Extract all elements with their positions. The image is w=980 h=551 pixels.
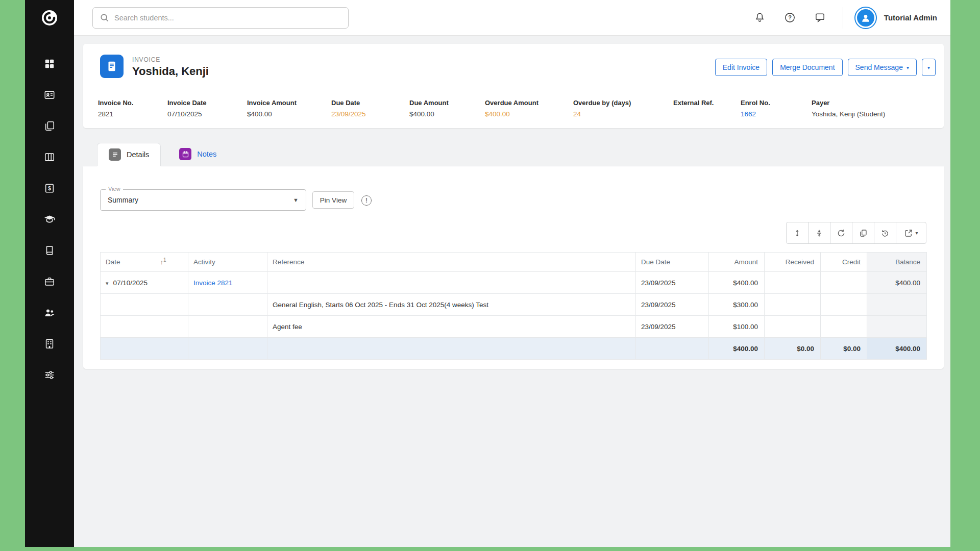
sidebar-item-documents[interactable]	[25, 110, 74, 141]
invoice-lines-table: Date ↑1 Activity Reference Due Date Amou…	[100, 252, 927, 360]
col-header-date[interactable]: Date ↑1	[101, 253, 188, 272]
table-toolbar: ▾	[786, 222, 926, 244]
col-header-received[interactable]: Received	[765, 253, 821, 272]
total-balance: $400.00	[867, 338, 927, 360]
app-logo[interactable]	[25, 0, 74, 36]
svg-text:?: ?	[788, 14, 792, 20]
dashboard-icon	[44, 58, 55, 69]
col-header-credit[interactable]: Credit	[821, 253, 867, 272]
invoice-link[interactable]: Invoice 2821	[193, 279, 233, 287]
sidebar-item-organisation[interactable]	[25, 328, 74, 359]
copy-icon	[859, 229, 868, 238]
user-name: Tutorial Admin	[884, 13, 937, 22]
collapse-rows-icon	[815, 229, 824, 238]
field-invoice-amount: Invoice Amount $400.00	[247, 99, 331, 118]
graduation-cap-icon	[43, 213, 56, 226]
notes-tab-icon	[179, 148, 191, 160]
refresh-button[interactable]	[830, 222, 852, 244]
sidebar: $	[25, 0, 74, 547]
col-header-reference[interactable]: Reference	[267, 253, 636, 272]
credit-cell	[821, 272, 867, 294]
sidebar-item-library[interactable]	[25, 235, 74, 266]
due-date-cell: 23/09/2025	[636, 316, 709, 338]
main-content: INVOICE Yoshida, Kenji Edit Invoice Merg…	[74, 36, 950, 547]
balance-cell	[867, 294, 927, 316]
field-overdue-amount: Overdue Amount $400.00	[485, 99, 573, 118]
total-credit: $0.00	[821, 338, 867, 360]
history-button[interactable]	[874, 222, 896, 244]
amount-cell: $100.00	[709, 316, 765, 338]
activity-cell	[188, 294, 267, 316]
enrol-no-link[interactable]: 1662	[741, 110, 812, 118]
contacts-icon	[44, 89, 55, 101]
field-external-ref: External Ref.	[673, 99, 741, 118]
reference-cell	[267, 272, 636, 294]
sidebar-item-table-view[interactable]	[25, 141, 74, 172]
export-icon	[904, 229, 913, 238]
activity-cell	[188, 316, 267, 338]
table-row: ▾07/10/2025 Invoice 2821 23/09/2025 $400…	[101, 272, 927, 294]
search-input[interactable]	[92, 7, 349, 29]
pin-view-button[interactable]: Pin View	[312, 191, 354, 209]
tab-strip: Details Notes	[83, 142, 944, 166]
bell-icon	[754, 12, 766, 23]
sidebar-item-contacts[interactable]	[25, 79, 74, 110]
row-collapse-caret-icon[interactable]: ▾	[106, 280, 109, 286]
notifications-button[interactable]	[751, 9, 769, 27]
received-cell	[765, 316, 821, 338]
help-button[interactable]: ?	[781, 9, 799, 27]
invoice-actions: Edit Invoice Merge Document Send Message…	[715, 59, 936, 76]
col-header-amount[interactable]: Amount	[709, 253, 765, 272]
tab-details[interactable]: Details	[97, 143, 161, 166]
view-select-value: Summary	[108, 196, 138, 204]
sidebar-item-finance[interactable]: $	[25, 172, 74, 204]
balance-cell	[867, 316, 927, 338]
invoice-fields: Invoice No. 2821 Invoice Date 07/10/2025…	[98, 99, 936, 118]
sidebar-item-dashboard[interactable]	[25, 48, 74, 79]
reference-cell: General English, Starts 06 Oct 2025 - En…	[267, 294, 636, 316]
view-select[interactable]: View Summary ▼	[100, 189, 306, 211]
expand-rows-button[interactable]	[786, 222, 808, 244]
col-header-balance[interactable]: Balance	[867, 253, 927, 272]
merge-document-button[interactable]: Merge Document	[772, 59, 842, 76]
field-due-date: Due Date 23/09/2025	[331, 99, 409, 118]
reference-cell: Agent fee	[267, 316, 636, 338]
view-select-label: View	[106, 186, 123, 192]
tab-notes[interactable]: Notes	[168, 142, 228, 166]
date-cell: ▾07/10/2025	[101, 272, 188, 294]
collapse-rows-button[interactable]	[808, 222, 830, 244]
refresh-icon	[837, 229, 846, 238]
top-header: ? Tutorial Admin	[74, 0, 950, 36]
sidebar-item-settings[interactable]	[25, 359, 74, 390]
messages-button[interactable]	[811, 9, 829, 27]
sort-asc-icon[interactable]: ↑1	[160, 258, 166, 266]
table-view-icon	[44, 152, 55, 163]
field-overdue-days: Overdue by (days) 24	[573, 99, 673, 118]
info-icon[interactable]: !	[361, 195, 372, 206]
due-date-cell: 23/09/2025	[636, 272, 709, 294]
copy-button[interactable]	[852, 222, 874, 244]
received-cell	[765, 294, 821, 316]
history-icon	[880, 229, 890, 238]
col-header-activity[interactable]: Activity	[188, 253, 267, 272]
due-date-cell: 23/09/2025	[636, 294, 709, 316]
page-title: Yoshida, Kenji	[132, 65, 209, 78]
people-icon	[43, 307, 56, 319]
invoice-icon	[100, 55, 124, 78]
sidebar-item-briefcase[interactable]	[25, 266, 74, 297]
send-message-button[interactable]: Send Message▾	[848, 59, 917, 76]
sidebar-item-academics[interactable]	[25, 204, 74, 235]
field-invoice-no: Invoice No. 2821	[98, 99, 167, 118]
avatar[interactable]	[854, 7, 877, 29]
total-received: $0.00	[765, 338, 821, 360]
app-window: $	[25, 0, 950, 547]
sidebar-item-people[interactable]	[25, 297, 74, 328]
col-header-due-date[interactable]: Due Date	[636, 253, 709, 272]
search-icon	[99, 12, 110, 23]
more-actions-button[interactable]: ▾	[922, 59, 936, 76]
logo-swirl-icon	[39, 8, 60, 28]
edit-invoice-button[interactable]: Edit Invoice	[715, 59, 767, 76]
chevron-down-icon: ▾	[927, 65, 930, 70]
export-button[interactable]: ▾	[896, 222, 926, 244]
building-icon	[44, 338, 55, 349]
